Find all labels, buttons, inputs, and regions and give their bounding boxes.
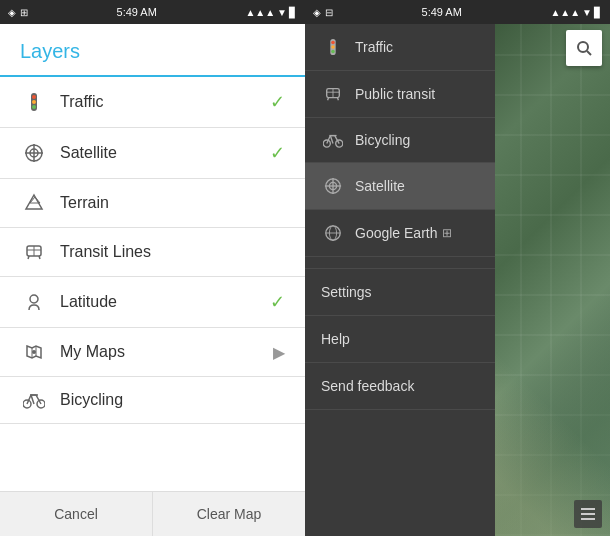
left-status-icons: ◈ ⊞ [8,7,28,18]
traffic-check: ✓ [270,91,285,113]
menu-item-settings[interactable]: Settings [305,269,495,316]
menu-transit-icon [321,85,345,103]
layer-name-bicycling: Bicycling [60,391,285,409]
layer-item-terrain[interactable]: Terrain [0,179,305,228]
svg-point-38 [336,140,343,147]
svg-point-29 [331,41,335,45]
search-button[interactable] [566,30,602,66]
bicycle-icon [20,391,48,409]
right-img-icon: ⊟ [325,7,333,18]
earth-badge: ⊞ [442,226,452,240]
layers-dialog: Layers Traffic ✓ [0,24,305,536]
svg-rect-25 [581,508,595,510]
svg-point-23 [578,42,588,52]
sync-icon: ⊞ [20,7,28,18]
layer-item-latitude[interactable]: Latitude ✓ [0,277,305,328]
menu-name-satellite: Satellite [355,178,405,194]
terrain-icon [20,193,48,213]
layer-item-bicycling[interactable]: Bicycling [0,377,305,424]
mymaps-icon [20,342,48,362]
svg-point-2 [32,100,36,104]
layer-name-terrain: Terrain [60,194,285,212]
latitude-icon [20,292,48,312]
overflow-icon [581,507,595,521]
svg-line-14 [39,256,40,259]
menu-item-feedback[interactable]: Send feedback [305,363,495,410]
svg-point-31 [331,50,335,54]
transit-icon [20,242,48,262]
right-signal-icon: ▲▲▲ [550,7,580,18]
svg-point-30 [331,45,335,49]
search-icon [576,40,592,56]
satellite-check: ✓ [270,142,285,164]
menu-bike-icon [321,132,345,148]
layers-title: Layers [0,24,305,77]
mymaps-arrow: ▶ [273,343,285,362]
menu-earth-icon [321,224,345,242]
left-right-icons: ▲▲▲ ▼ ▊ [245,7,297,18]
layer-name-traffic: Traffic [60,93,270,111]
svg-line-24 [587,51,591,55]
right-panel: ◈ ⊟ 5:49 AM ▲▲▲ ▼ ▊ [305,0,610,536]
layer-name-transit: Transit Lines [60,243,285,261]
layer-item-satellite[interactable]: Satellite ✓ [0,128,305,179]
right-status-icons: ◈ ⊟ [313,7,333,18]
menu-item-google-earth[interactable]: Google Earth ⊞ [305,210,495,257]
settings-label: Settings [321,284,372,300]
svg-line-13 [28,256,29,259]
layer-name-mymaps: My Maps [60,343,273,361]
layer-name-satellite: Satellite [60,144,270,162]
menu-item-satellite[interactable]: Satellite [305,163,495,210]
wifi-icon: ▼ [277,7,287,18]
feedback-label: Send feedback [321,378,414,394]
right-status-bar: ◈ ⊟ 5:49 AM ▲▲▲ ▼ ▊ [305,0,610,24]
right-notification-icon: ◈ [313,7,321,18]
layer-item-transit[interactable]: Transit Lines [0,228,305,277]
layer-item-traffic[interactable]: Traffic ✓ [0,77,305,128]
notification-icon: ◈ [8,7,16,18]
svg-point-1 [32,95,36,99]
help-label: Help [321,331,350,347]
menu-name-bicycling: Bicycling [355,132,410,148]
svg-point-3 [32,105,36,109]
menu-item-bicycling[interactable]: Bicycling [305,118,495,163]
menu-item-help[interactable]: Help [305,316,495,363]
overflow-menu-button[interactable] [574,500,602,528]
layers-list: Traffic ✓ Satellite ✓ [0,77,305,491]
svg-rect-27 [581,518,595,520]
menu-name-google-earth: Google Earth [355,225,438,241]
left-panel: ◈ ⊞ 5:49 AM ▲▲▲ ▼ ▊ Layers [0,0,305,536]
right-battery-icon: ▊ [594,7,602,18]
traffic-icon [20,92,48,112]
layer-name-latitude: Latitude [60,293,270,311]
svg-point-15 [30,295,38,303]
cancel-button[interactable]: Cancel [0,492,153,536]
svg-line-35 [328,98,329,101]
svg-point-37 [323,140,330,147]
menu-item-traffic[interactable]: Traffic [305,24,495,71]
right-right-icons: ▲▲▲ ▼ ▊ [550,7,602,18]
right-wifi-icon: ▼ [582,7,592,18]
menu-name-traffic: Traffic [355,39,393,55]
menu-traffic-icon [321,38,345,56]
menu-name-transit: Public transit [355,86,435,102]
battery-icon: ▊ [289,7,297,18]
side-menu: Traffic Public transit [305,24,495,536]
layer-item-mymaps[interactable]: My Maps ▶ [0,328,305,377]
left-time: 5:49 AM [117,6,157,18]
latitude-check: ✓ [270,291,285,313]
satellite-icon [20,143,48,163]
map-bg [490,24,610,536]
menu-satellite-icon [321,177,345,195]
svg-point-18 [32,350,36,354]
right-time: 5:49 AM [422,6,462,18]
svg-line-36 [338,98,339,101]
clear-map-button[interactable]: Clear Map [153,492,305,536]
layers-footer: Cancel Clear Map [0,491,305,536]
signal-icon: ▲▲▲ [245,7,275,18]
menu-item-transit[interactable]: Public transit [305,71,495,118]
menu-section-divider [305,257,495,269]
svg-rect-26 [581,513,595,515]
left-status-bar: ◈ ⊞ 5:49 AM ▲▲▲ ▼ ▊ [0,0,305,24]
